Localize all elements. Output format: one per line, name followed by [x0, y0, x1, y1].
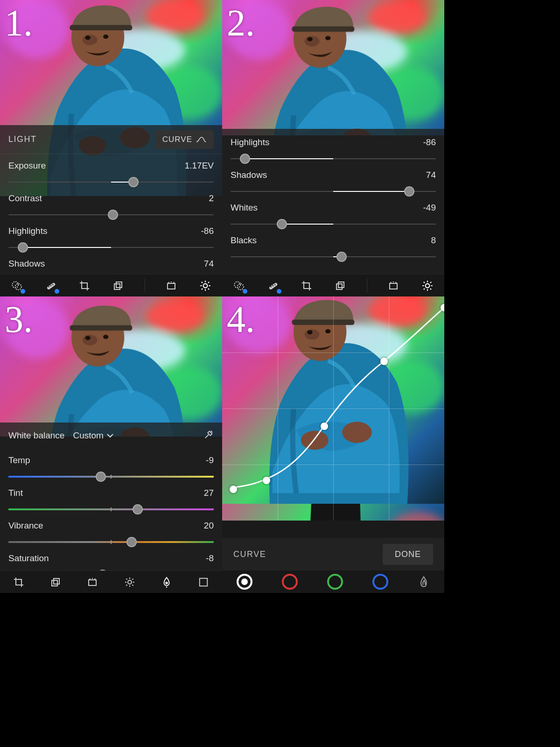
svg-rect-49 — [200, 578, 208, 586]
color-controls: White balance Custom Temp-9 Tint27 Vibra… — [0, 423, 222, 571]
slider-label: Contrast — [8, 193, 42, 204]
slider-value: -9 — [206, 455, 214, 465]
curve-point[interactable] — [263, 477, 270, 484]
effects-icon[interactable] — [196, 575, 211, 590]
channel-rgb[interactable] — [237, 574, 252, 590]
preview-photo — [222, 0, 444, 135]
slider-whites[interactable]: Whites-49 — [231, 196, 436, 229]
svg-rect-31 — [116, 282, 122, 288]
slider-temp[interactable]: Temp-9 — [8, 449, 214, 481]
light-controls-2: Highlights-86 Shadows74 Whites-49 Blacks… — [222, 129, 444, 274]
crop-icon[interactable] — [299, 278, 314, 293]
preview-photo — [0, 296, 222, 437]
svg-point-24 — [12, 282, 18, 288]
curve-button-label: CURVE — [162, 135, 192, 144]
slider-shadows-header[interactable]: Shadows74 — [8, 252, 214, 269]
step-number: 2. — [227, 2, 255, 44]
slider-vibrance[interactable]: Vibrance20 — [8, 514, 214, 547]
slider-label: Whites — [231, 203, 258, 213]
heal-icon[interactable] — [266, 278, 280, 293]
presets-icon[interactable] — [111, 278, 126, 293]
white-balance-value: Custom — [73, 430, 103, 441]
filters-icon[interactable] — [231, 278, 246, 293]
svg-point-43 — [425, 283, 429, 288]
svg-rect-42 — [390, 283, 397, 289]
svg-rect-32 — [168, 283, 175, 289]
svg-rect-30 — [114, 284, 120, 289]
auto-icon[interactable] — [164, 278, 179, 293]
svg-point-33 — [203, 283, 207, 288]
bottom-toolbar — [222, 274, 444, 296]
svg-point-38 — [272, 285, 273, 286]
tutorial-grid: 1. LIGHT CURVE Exposure1.17EV Contrast2 … — [0, 0, 444, 593]
curve-point[interactable] — [230, 486, 237, 493]
svg-point-29 — [52, 284, 54, 285]
curve-channel-bar — [222, 571, 444, 593]
step-number: 1. — [5, 2, 33, 44]
light-icon[interactable] — [198, 278, 213, 293]
curve-point[interactable] — [321, 423, 328, 430]
filters-icon[interactable] — [9, 278, 24, 293]
step-number: 4. — [227, 298, 255, 341]
slider-value: 8 — [431, 235, 436, 246]
parametric-icon[interactable] — [418, 574, 430, 590]
slider-exposure[interactable]: Exposure1.17EV — [8, 154, 214, 187]
svg-rect-41 — [338, 282, 344, 288]
svg-point-48 — [166, 582, 168, 584]
slider-label: Blacks — [231, 235, 257, 246]
slider-label: Tint — [8, 488, 23, 498]
svg-rect-46 — [89, 580, 96, 585]
panel-4: 4. CURVE DONE — [222, 296, 444, 593]
slider-label: Highlights — [231, 137, 269, 148]
bottom-toolbar — [0, 571, 222, 593]
auto-icon[interactable] — [85, 575, 100, 590]
slider-value: 1.17EV — [185, 161, 214, 171]
curve-title: CURVE — [233, 550, 266, 559]
auto-icon[interactable] — [386, 278, 401, 293]
svg-rect-45 — [54, 578, 59, 584]
slider-highlights[interactable]: Highlights-86 — [8, 219, 214, 252]
slider-label: Exposure — [8, 161, 46, 171]
panel-1: 1. LIGHT CURVE Exposure1.17EV Contrast2 … — [0, 0, 222, 296]
curve-button[interactable]: CURVE — [155, 130, 214, 149]
white-balance-label: White balance — [8, 430, 64, 441]
slider-label: Shadows — [231, 170, 267, 180]
curve-icon — [196, 136, 206, 143]
channel-blue[interactable] — [372, 574, 388, 590]
section-title-light: LIGHT — [8, 134, 37, 144]
crop-icon[interactable] — [77, 278, 92, 293]
svg-rect-44 — [52, 580, 57, 586]
svg-point-37 — [270, 286, 272, 287]
presets-icon[interactable] — [48, 575, 63, 590]
slider-highlights[interactable]: Highlights-86 — [231, 131, 436, 163]
svg-rect-40 — [336, 284, 342, 289]
slider-label: Highlights — [8, 226, 47, 236]
curve-point[interactable] — [380, 358, 388, 365]
slider-value: 74 — [426, 170, 436, 180]
slider-value: -86 — [201, 226, 214, 236]
slider-contrast[interactable]: Contrast2 — [8, 187, 214, 219]
slider-label: Temp — [8, 455, 30, 465]
presets-icon[interactable] — [333, 278, 348, 293]
slider-value: -86 — [423, 137, 436, 148]
slider-label: Vibrance — [8, 521, 43, 531]
slider-shadows[interactable]: Shadows74 — [231, 163, 436, 196]
channel-green[interactable] — [327, 574, 343, 590]
slider-value: 20 — [204, 521, 214, 531]
done-button[interactable]: DONE — [383, 544, 433, 565]
slider-tint[interactable]: Tint27 — [8, 481, 214, 514]
eyedropper-icon[interactable] — [203, 430, 214, 442]
light-icon[interactable] — [420, 278, 435, 293]
panel-2: 2. Highlights-86 Shadows74 Whites-49 Bla… — [222, 0, 444, 296]
color-icon[interactable] — [159, 575, 174, 590]
channel-red[interactable] — [282, 574, 298, 590]
heal-icon[interactable] — [43, 278, 58, 293]
white-balance-select[interactable]: Custom — [73, 430, 113, 441]
step-number: 3. — [5, 298, 33, 341]
crop-icon[interactable] — [11, 575, 26, 590]
light-icon[interactable] — [122, 575, 137, 590]
slider-value: 2 — [209, 193, 214, 204]
slider-value: -49 — [423, 203, 436, 213]
curve-overlay[interactable] — [222, 296, 444, 521]
slider-blacks[interactable]: Blacks8 — [231, 229, 436, 261]
